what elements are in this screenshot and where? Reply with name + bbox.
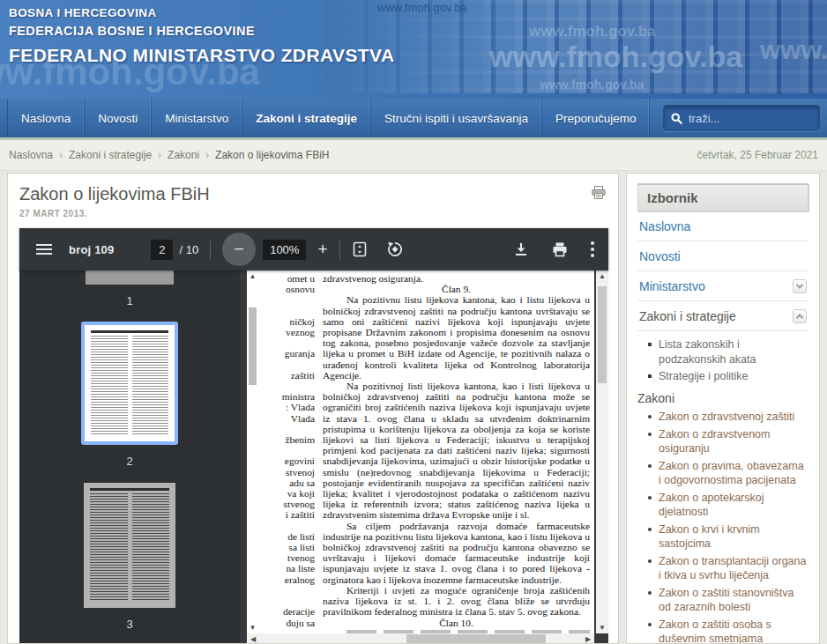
scroll-down-arrow[interactable]: ▼	[596, 622, 608, 633]
breadcrumb-bar: Naslovna›Zakoni i strategije›Zakoni›Zako…	[0, 140, 827, 171]
sidebar-title: Izbornik	[637, 183, 808, 211]
inner-vertical-scrollbar[interactable]: ▲ ▼	[247, 270, 258, 633]
plus-icon: +	[317, 240, 327, 258]
rotate-button[interactable]	[386, 241, 404, 258]
site-title-ministry: FEDERALNO MINISTARSTVO ZDRAVSTVA	[9, 45, 394, 66]
menu-icon[interactable]	[19, 244, 69, 255]
pdf-toolbar: broj 109 2 / 10 − 100% +	[19, 228, 608, 270]
fit-page-icon	[352, 241, 368, 257]
sidebar-panel: Izbornik Naslovna Novosti Ministarstvo Z…	[626, 173, 820, 644]
nav-item-zakoni-i-strategije[interactable]: Zakoni i strategije	[242, 99, 371, 137]
breadcrumb-separator: ›	[59, 149, 63, 161]
toolbar-divider	[339, 241, 340, 259]
search-box[interactable]	[663, 105, 820, 131]
zoom-in-button[interactable]: +	[317, 240, 327, 259]
law-link-zakon-o-za-titi-stanovni-tva-od-zaraznih-bolesti[interactable]: Zakon o zaštiti stanovništva od zaraznih…	[648, 586, 808, 615]
scroll-right-arrow[interactable]: ▶	[582, 633, 594, 644]
pdf-article-heading: Član 9.	[323, 284, 590, 294]
search-icon	[671, 113, 682, 124]
pdf-viewer: broj 109 2 / 10 − 100% +	[19, 228, 608, 644]
thumbnail-page-1[interactable]	[86, 270, 174, 285]
sidebar-item-naslovna[interactable]: Naslovna	[637, 211, 808, 241]
law-link-zakon-o-pravima-obavezama-i-odgovornostima-pacijenata[interactable]: Zakon o pravima, obavezama i odgovornost…	[648, 459, 808, 488]
fit-page-button[interactable]	[352, 241, 368, 257]
watermark-text: www.fmoh.gov.ba	[760, 35, 827, 65]
pdf-paragraph: zdravstvenog osiguranja.	[323, 273, 590, 284]
sidebar-item-label: Naslovna	[639, 219, 690, 233]
sidebar-sublink-lista-zakonskih-i-podzakonskih-akata[interactable]: Lista zakonskih i podzakonskih akata	[648, 337, 808, 367]
scrollbar-thumb[interactable]	[598, 286, 607, 383]
article-date: 27 MART 2013.	[19, 209, 607, 218]
nav-item-naslovna[interactable]: Naslovna	[7, 99, 85, 137]
rotate-icon	[386, 241, 404, 258]
zoom-level[interactable]: 100%	[263, 240, 306, 260]
chevron-down-icon	[796, 281, 803, 288]
page-number-input[interactable]: 2	[151, 240, 173, 260]
scroll-up-arrow[interactable]: ▲	[596, 270, 608, 282]
download-button[interactable]	[513, 241, 529, 257]
breadcrumb-separator: ›	[158, 149, 161, 161]
chevron-up-icon	[796, 314, 803, 321]
current-date: četvrtak, 25 Februar 2021	[697, 149, 818, 161]
scroll-down-arrow[interactable]: ▼	[247, 622, 258, 633]
search-input[interactable]	[689, 112, 812, 125]
thumb-text-preview	[91, 330, 168, 333]
scrollbar-thumb[interactable]	[249, 307, 257, 385]
expand-toggle[interactable]	[793, 279, 807, 293]
law-link-zakon-o-krvi-i-krvnim-sastojcima[interactable]: Zakon o krvi i krvnim sastojcima	[648, 522, 808, 551]
nav-item-stru-ni-ispiti-i-usavr-avanja[interactable]: Stručni ispiti i usavršavanja	[371, 99, 542, 137]
thumbnail-page-3[interactable]	[84, 483, 175, 608]
main-nav: NaslovnaNovostiMinistarstvoZakoni i stra…	[0, 99, 827, 137]
thumbnail-panel: 1 2 3	[19, 270, 240, 644]
law-link-zakon-o-zdravstvenom-osiguranju[interactable]: Zakon o zdravstvenom osiguranju	[648, 427, 808, 456]
pdf-doc-title: broj 109	[69, 243, 114, 256]
pdf-paragraph: Na pozitivnoj listi lijekova kantona, ka…	[323, 381, 590, 521]
collapse-toggle[interactable]	[793, 309, 807, 323]
page-title: Zakon o lijekovima FBiH	[19, 184, 607, 204]
sidebar-item-novosti[interactable]: Novosti	[637, 241, 808, 271]
pdf-toolbar-right	[490, 241, 608, 257]
sidebar-item-label: Novosti	[639, 249, 681, 263]
law-link-zakon-o-za-titi-osoba-s-du-evnim-smetnjama[interactable]: Zakon o zaštiti osoba s duševnim smetnja…	[648, 618, 808, 644]
horizontal-scrollbar[interactable]: ◀ ▶	[247, 633, 594, 644]
thumbnail-label-2: 2	[126, 455, 132, 468]
toolbar-divider	[210, 241, 211, 259]
scrollbar-thumb[interactable]	[406, 634, 546, 644]
breadcrumb: Naslovna›Zakoni i strategije›Zakoni›Zako…	[9, 149, 329, 161]
pdf-left-column-fragments: omet uosnovu ničkojveznog guranja zaštit…	[258, 273, 315, 633]
pdf-paragraph: Kriteriji i uvjeti za moguće ograničenje…	[323, 585, 590, 618]
zoom-out-button[interactable]: −	[222, 233, 256, 266]
scroll-up-arrow[interactable]: ▲	[247, 270, 258, 282]
nav-item-preporu-ujemo[interactable]: Preporučujemo	[542, 99, 651, 137]
pdf-paragraph: Sa ciljem podržavanja razvoja domaće far…	[323, 521, 590, 585]
watermark-text: www.fmoh.gov.ba	[529, 23, 656, 41]
pdf-page: ▲ ▼ omet uosnovu ničkojveznog guranja za…	[247, 270, 594, 633]
pdf-toolbar-left: broj 109	[19, 243, 114, 256]
site-title-federation: FEDERACIJA BOSNE I HERCEGOVINE	[9, 24, 394, 38]
breadcrumb-item-zakoni[interactable]: Zakoni	[168, 149, 199, 161]
watermark-text: www.fmoh.gov.ba	[540, 78, 644, 92]
law-link-zakon-o-apotekarskoj-djelatnosti[interactable]: Zakon o apotekarskoj djelatnosti	[648, 491, 808, 520]
sidebar-item-zakoni-i-strategije[interactable]: Zakoni i strategije	[637, 301, 808, 331]
breadcrumb-item-zakoni-i-strategije[interactable]: Zakoni i strategije	[69, 149, 152, 161]
breadcrumb-item-naslovna[interactable]: Naslovna	[9, 149, 53, 161]
nav-item-novosti[interactable]: Novosti	[85, 99, 152, 137]
sidebar-section-zakoni: Zakoni	[637, 391, 808, 405]
minus-icon: −	[235, 240, 244, 259]
law-link-zakon-o-zdravstvenoj-za-titi[interactable]: Zakon o zdravstvenoj zaštiti	[648, 410, 808, 425]
printer-icon[interactable]	[592, 186, 606, 199]
more-options-icon[interactable]	[591, 241, 594, 257]
sidebar-item-ministarstvo[interactable]: Ministarstvo	[637, 271, 808, 301]
print-icon	[552, 241, 568, 257]
article-panel: Zakon o lijekovima FBiH 27 MART 2013. br…	[7, 173, 619, 644]
page: www.fmoh.gov.ba www.fmoh.gov.ba www.fmoh…	[0, 0, 827, 644]
sidebar-item-label: Zakoni i strategije	[639, 309, 736, 323]
print-button[interactable]	[552, 241, 568, 257]
law-link-zakon-o-transplantaciji-organa-i-tkiva-u-svrhu-lije-enja[interactable]: Zakon o transplantaciji organa i tkiva u…	[648, 554, 808, 583]
outer-vertical-scrollbar[interactable]: ▲ ▼	[596, 270, 608, 633]
pdf-viewer-body: 1 2 3	[19, 270, 608, 644]
nav-item-ministarstvo[interactable]: Ministarstvo	[152, 99, 242, 137]
sidebar-sublink-strategije-i-politike[interactable]: Strategije i politike	[648, 369, 808, 384]
thumbnail-page-2-selected[interactable]	[81, 322, 178, 445]
scroll-left-arrow[interactable]: ◀	[247, 633, 259, 644]
